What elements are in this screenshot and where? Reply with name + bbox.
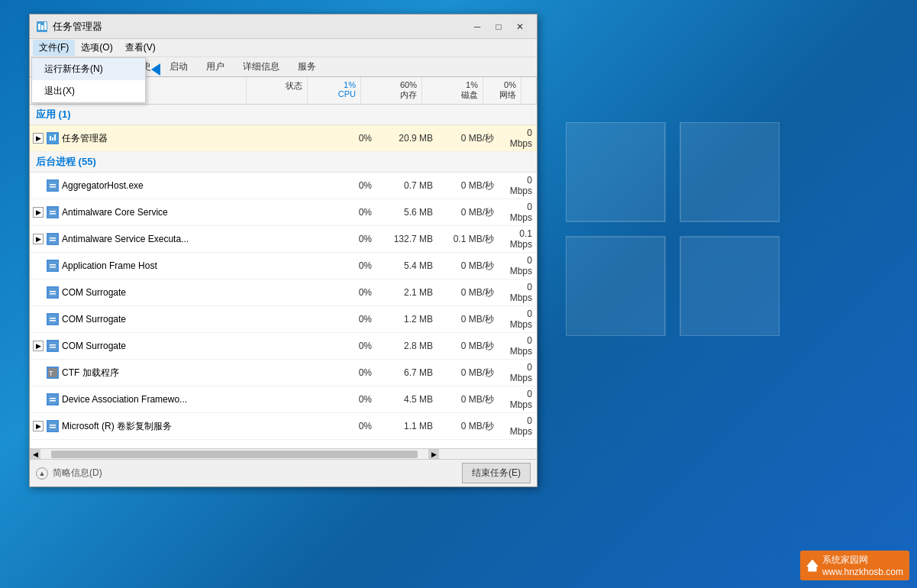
window-controls: ─ □ ✕ <box>467 19 531 34</box>
table-row[interactable]: ▶ Microsoft (R) 卷影复制服务 0% 1.1 MB 0 MB/秒 … <box>30 413 537 440</box>
table-row[interactable]: T CTF 加载程序 0% 6.7 MB 0 MB/秒 0 Mbps <box>30 360 537 386</box>
process-memory: 20.9 MB <box>376 131 438 146</box>
process-name-cell: COM Surrogate <box>30 311 262 328</box>
process-icon <box>47 286 59 299</box>
process-icon <box>47 393 59 405</box>
table-row[interactable]: ▶ COM Surrogate 0% 2.8 MB 0 MB/秒 0 Mbps <box>30 333 537 360</box>
svg-rect-9 <box>50 136 51 141</box>
end-task-button[interactable]: 结束任务(E) <box>462 463 531 483</box>
col-status[interactable]: 状态 <box>247 77 308 104</box>
summary-label: 简略信息(D) <box>53 467 102 480</box>
table-row[interactable]: ▶ Antimalware Service Executa... 0% 132.… <box>30 226 537 253</box>
menu-file[interactable]: 文件(F) <box>33 40 75 56</box>
expand-button[interactable]: ▶ <box>33 421 44 431</box>
svg-rect-14 <box>50 186 56 188</box>
tab-users[interactable]: 用户 <box>198 57 233 76</box>
tab-services[interactable]: 服务 <box>289 57 325 76</box>
svg-rect-6 <box>41 25 44 30</box>
watermark-text: 系统家园网www.hnzkhosb.com <box>822 554 903 577</box>
process-network: 0 Mbps <box>499 125 537 151</box>
taskmanager-icon <box>36 21 48 33</box>
summary-info: ▲ 简略信息(D) <box>36 467 102 480</box>
hscroll-thumb[interactable] <box>51 451 418 458</box>
table-row[interactable]: COM Surrogate 0% 2.1 MB 0 MB/秒 0 Mbps <box>30 279 537 306</box>
process-status <box>262 136 323 141</box>
svg-rect-18 <box>48 234 57 244</box>
dropdown-exit[interactable]: 退出(X) <box>32 80 145 102</box>
col-scroll-spacer <box>521 77 537 104</box>
windows-logo <box>566 122 780 336</box>
tab-startup[interactable]: 启动 <box>161 57 196 76</box>
svg-rect-17 <box>50 213 56 215</box>
col-cpu: 1% CPU <box>308 77 361 104</box>
svg-text:T: T <box>49 370 53 377</box>
table-row[interactable]: ▶ 任务管理器 0% 20.9 MB 0 MB/秒 0 Mbps <box>30 125 537 152</box>
process-name-cell: ▶ COM Surrogate <box>30 338 262 354</box>
col-network: 0% 网络 <box>483 77 521 104</box>
watermark: 系统家园网www.hnzkhosb.com <box>800 551 909 580</box>
horizontal-scrollbar[interactable]: ◀ ▶ <box>30 448 537 459</box>
table-row[interactable]: Device Association Framewo... 0% 4.5 MB … <box>30 386 537 413</box>
bottom-bar: ▲ 简略信息(D) 结束任务(E) <box>30 459 537 486</box>
file-dropdown-menu: 运行新任务(N) 退出(X) <box>31 57 146 103</box>
col-memory: 60% 内存 <box>361 77 422 104</box>
process-name-cell: ▶ 任务管理器 <box>30 130 262 147</box>
process-icon <box>47 233 59 245</box>
svg-rect-37 <box>50 400 56 402</box>
close-button[interactable]: ✕ <box>509 19 531 34</box>
expand-button[interactable]: ▶ <box>33 207 44 218</box>
tab-details[interactable]: 详细信息 <box>234 57 288 76</box>
process-icon <box>47 179 59 192</box>
expand-button[interactable]: ▶ <box>33 341 44 351</box>
svg-rect-25 <box>50 291 56 292</box>
svg-rect-20 <box>50 240 56 241</box>
svg-rect-39 <box>50 425 56 426</box>
svg-rect-31 <box>50 344 56 346</box>
table-row[interactable]: ▶ Antimalware Core Service 0% 5.6 MB 0 M… <box>30 199 537 226</box>
table-row[interactable]: COM Surrogate 0% 1.2 MB 0 MB/秒 0 Mbps <box>30 306 537 333</box>
svg-rect-23 <box>50 267 56 268</box>
svg-rect-11 <box>54 134 56 141</box>
svg-rect-21 <box>48 261 57 270</box>
menu-bar: 文件(F) 选项(O) 查看(V) 运行新任务(N) 退出(X) <box>30 39 537 57</box>
apps-section-header: 应用 (1) <box>30 105 537 125</box>
background-section-header: 后台进程 (55) <box>30 152 537 173</box>
house-icon <box>806 560 819 572</box>
table-row[interactable]: Application Frame Host 0% 5.4 MB 0 MB/秒 … <box>30 253 537 279</box>
svg-rect-32 <box>50 347 56 348</box>
svg-rect-16 <box>50 211 56 212</box>
svg-rect-3 <box>680 237 780 336</box>
menu-options[interactable]: 选项(O) <box>75 40 118 56</box>
svg-rect-35 <box>48 395 57 404</box>
svg-rect-15 <box>48 208 57 217</box>
svg-rect-38 <box>48 422 57 431</box>
dropdown-new-task[interactable]: 运行新任务(N) <box>32 58 145 80</box>
ctf-icon: T <box>47 367 59 379</box>
menu-view[interactable]: 查看(V) <box>119 40 162 56</box>
svg-rect-26 <box>50 293 56 295</box>
minimize-button[interactable]: ─ <box>467 19 488 34</box>
col-disk: 1% 磁盘 <box>422 77 483 104</box>
process-name-cell: Application Frame Host <box>30 257 262 274</box>
expand-button[interactable]: ▶ <box>33 133 44 144</box>
expand-button[interactable]: ▶ <box>33 234 44 244</box>
svg-rect-13 <box>50 184 56 186</box>
process-name-cell: ▶ Antimalware Service Executa... <box>30 231 262 247</box>
title-bar: 任务管理器 ─ □ ✕ <box>30 15 537 39</box>
process-name-cell: ▶ Microsoft (R) 卷影复制服务 <box>30 418 262 435</box>
svg-rect-0 <box>566 122 665 221</box>
svg-rect-29 <box>50 320 56 321</box>
svg-rect-19 <box>50 237 56 239</box>
svg-rect-36 <box>50 398 56 399</box>
maximize-button[interactable]: □ <box>488 19 509 34</box>
summary-toggle[interactable]: ▲ <box>36 467 48 480</box>
table-row[interactable]: AggregatorHost.exe 0% 0.7 MB 0 MB/秒 0 Mb… <box>30 173 537 199</box>
process-name-cell: Device Association Framewo... <box>30 391 262 408</box>
process-name-cell: ▶ Antimalware Core Service <box>30 204 262 221</box>
svg-rect-1 <box>680 122 780 221</box>
svg-rect-40 <box>50 427 56 428</box>
svg-rect-10 <box>52 137 53 141</box>
svg-rect-22 <box>50 264 56 266</box>
process-list[interactable]: 应用 (1) ▶ 任务管理器 0% 20.9 MB 0 MB/秒 0 Mbps … <box>30 105 537 448</box>
process-icon <box>47 132 59 144</box>
